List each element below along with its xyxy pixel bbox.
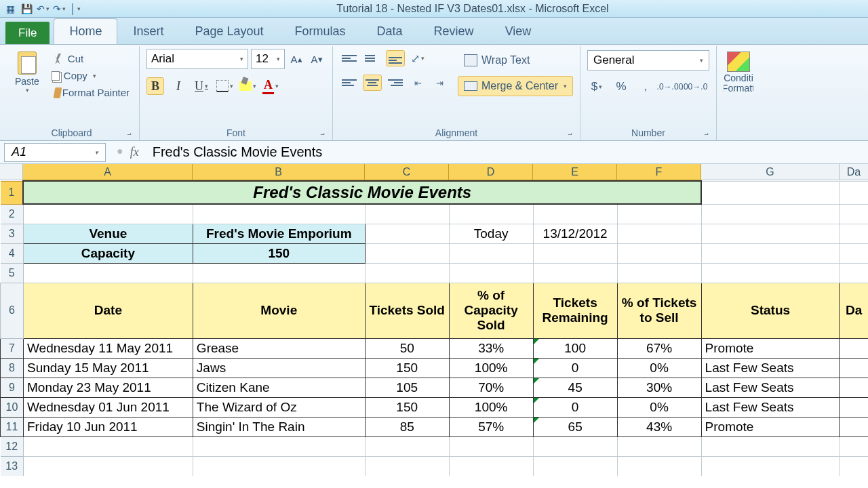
row-7[interactable]: 7	[1, 338, 24, 358]
conditional-formatting-button[interactable]: ConditiFormatt	[724, 49, 753, 97]
col-A[interactable]: A	[23, 164, 193, 180]
orientation-button[interactable]: ⤢▾	[409, 50, 427, 66]
hdr-pct-cap[interactable]: % of Capacity Sold	[449, 283, 533, 338]
qat-customize-icon[interactable]: │▾	[69, 3, 81, 15]
format-painter-button[interactable]: Format Painter	[49, 85, 132, 100]
copy-icon	[52, 71, 60, 81]
merge-center-button[interactable]: Merge & Center▾	[458, 76, 573, 96]
tab-page-layout[interactable]: Page Layout	[179, 18, 279, 44]
col-C[interactable]: C	[365, 164, 449, 180]
scissors-icon	[52, 54, 64, 64]
underline-button[interactable]: U▾	[193, 77, 210, 95]
name-box[interactable]: A1▾	[4, 143, 106, 162]
row-4[interactable]: 4	[1, 243, 24, 263]
group-label-clipboard: Clipboard	[11, 126, 132, 139]
row-2[interactable]: 2	[1, 204, 24, 224]
row-5[interactable]: 5	[1, 263, 24, 283]
tab-view[interactable]: View	[490, 18, 547, 44]
font-size-select[interactable]: 12▾	[251, 49, 285, 69]
shrink-font-button[interactable]: A▾	[308, 50, 326, 68]
excel-icon: ▦	[4, 3, 16, 15]
wrap-text-button[interactable]: Wrap Text	[458, 50, 573, 70]
formula-input[interactable]: Fred's Classic Movie Events	[146, 144, 868, 160]
cell-venue-value[interactable]: Fred's Movie Emporium	[193, 224, 365, 243]
hdr-sold[interactable]: Tickets Sold	[365, 283, 449, 338]
col-B[interactable]: B	[193, 164, 365, 180]
col-H[interactable]: Da	[840, 164, 868, 180]
row-8[interactable]: 8	[1, 358, 24, 378]
cell-capacity-value[interactable]: 150	[193, 243, 365, 263]
select-all-corner[interactable]	[0, 164, 23, 180]
decrease-indent-button[interactable]: ⇤	[409, 75, 427, 91]
redo-icon[interactable]: ↷▾	[53, 3, 65, 15]
copy-button[interactable]: Copy▾	[49, 68, 132, 83]
col-G[interactable]: G	[701, 164, 840, 180]
cond-format-icon	[727, 52, 750, 72]
wrap-icon	[464, 54, 477, 66]
tab-data[interactable]: Data	[361, 18, 418, 44]
cut-button[interactable]: Cut	[49, 52, 132, 66]
save-icon[interactable]: 💾	[20, 3, 33, 15]
hdr-pct-sell[interactable]: % of Tickets to Sell	[617, 283, 701, 338]
hdr-remain[interactable]: Tickets Remaining	[533, 283, 617, 338]
hdr-date[interactable]: Date	[23, 283, 193, 338]
decrease-decimal-button[interactable]: .00→.0	[685, 77, 704, 96]
comma-button[interactable]: ,	[636, 77, 655, 96]
increase-indent-button[interactable]: ⇥	[431, 75, 448, 91]
tab-home[interactable]: Home	[54, 18, 117, 44]
border-button[interactable]: ▾	[216, 77, 233, 95]
italic-button[interactable]: I	[170, 77, 187, 95]
cell-today-value[interactable]: 13/12/2012	[533, 224, 617, 243]
row-12[interactable]: 12	[1, 436, 24, 456]
spreadsheet-grid[interactable]: A B C D E F G Da ✚ 1 Fred's Classic Movi…	[0, 164, 868, 476]
hdr-movie[interactable]: Movie	[193, 283, 365, 338]
fx-icon[interactable]: fx	[130, 145, 139, 159]
cell-venue-label[interactable]: Venue	[23, 224, 193, 243]
tab-insert[interactable]: Insert	[117, 18, 179, 44]
currency-button[interactable]: $▾	[587, 77, 606, 96]
cell-today-label[interactable]: Today	[449, 224, 533, 243]
row-13[interactable]: 13	[1, 456, 24, 476]
align-center-button[interactable]	[363, 75, 382, 91]
tab-formulas[interactable]: Formulas	[279, 18, 361, 44]
font-color-button[interactable]: A▾	[262, 77, 279, 95]
row-10[interactable]: 10	[1, 397, 24, 417]
cell-capacity-label[interactable]: Capacity	[23, 243, 193, 263]
window-title: Tutorial 18 - Nested IF V3 Dates01.xlsx …	[81, 3, 864, 15]
font-name-select[interactable]: Arial▾	[146, 49, 248, 69]
cell-G1[interactable]	[701, 181, 840, 204]
row-11[interactable]: 11	[1, 417, 24, 436]
paste-button[interactable]: Paste ▾	[11, 49, 43, 96]
increase-decimal-button[interactable]: .0→.00	[660, 77, 679, 96]
align-right-button[interactable]	[386, 75, 405, 91]
bold-button[interactable]: B	[146, 77, 164, 95]
cell-H1[interactable]	[840, 181, 868, 204]
number-format-select[interactable]: General▾	[587, 50, 709, 70]
col-E[interactable]: E	[533, 164, 617, 180]
font-color-icon: A	[262, 78, 274, 94]
grow-font-button[interactable]: A▴	[288, 50, 305, 68]
col-D[interactable]: D	[449, 164, 533, 180]
hdr-status[interactable]: Status	[701, 283, 840, 338]
align-bottom-button[interactable]	[386, 50, 405, 66]
align-top-button[interactable]	[340, 50, 359, 66]
col-F[interactable]: F	[617, 164, 701, 180]
ribbon-tabs: File Home Insert Page Layout Formulas Da…	[0, 18, 868, 45]
row-9[interactable]: 9	[1, 378, 24, 397]
tab-file[interactable]: File	[5, 22, 50, 44]
percent-button[interactable]: %	[612, 77, 631, 96]
align-middle-button[interactable]	[363, 50, 382, 66]
align-left-button[interactable]	[340, 75, 359, 91]
tab-review[interactable]: Review	[418, 18, 490, 44]
row-3[interactable]: 3	[1, 224, 24, 243]
group-font: Arial▾ 12▾ A▴ A▾ B I U▾ ▾ ▾ A▾ Font	[140, 46, 333, 140]
row-1[interactable]: 1	[1, 181, 24, 204]
merge-icon	[464, 81, 477, 91]
formula-bar: A1▾ ● fx Fred's Classic Movie Events	[0, 141, 868, 164]
cancel-icon[interactable]: ●	[117, 145, 123, 159]
cell-title[interactable]: Fred's Classic Movie Events	[23, 181, 701, 204]
hdr-days[interactable]: Da	[840, 283, 868, 338]
fill-color-button[interactable]: ▾	[239, 77, 256, 95]
row-6[interactable]: 6	[1, 283, 24, 338]
undo-icon[interactable]: ↶▾	[37, 3, 49, 15]
